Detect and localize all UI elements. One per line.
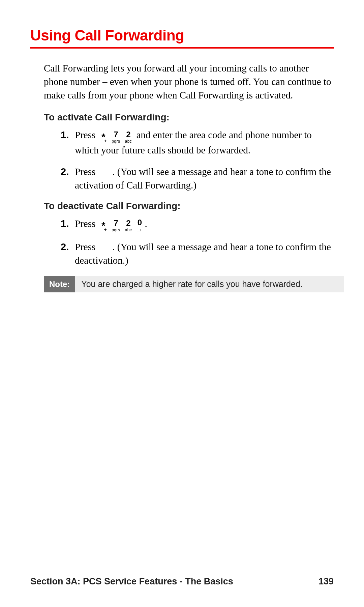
activate-steps: 1. Press *+ 7pqrs 2abc and enter the are… xyxy=(61,128,334,192)
key-sequence: *+ 7pqrs 2abc xyxy=(100,131,132,143)
key-2-icon: 2abc xyxy=(125,219,132,232)
step-number: 2. xyxy=(61,165,75,192)
intro-paragraph: Call Forwarding lets you forward all you… xyxy=(44,61,334,102)
list-item: 2. Press. (You will see a message and he… xyxy=(61,240,334,267)
deactivate-heading: To deactivate Call Forwarding: xyxy=(44,201,334,211)
key-star-icon: *+ xyxy=(100,223,107,232)
step-number: 2. xyxy=(61,240,75,267)
step-text-post: . (You will see a message and hear a ton… xyxy=(75,166,331,191)
key-7-icon: 7pqrs xyxy=(112,131,120,143)
step-text-pre: Press xyxy=(75,166,95,177)
key-sequence: *+ 7pqrs 2abc 0⌴ xyxy=(100,219,143,232)
step-number: 1. xyxy=(61,217,75,232)
footer-section: Section 3A: PCS Service Features - The B… xyxy=(30,576,233,587)
footer-page-number: 139 xyxy=(318,576,334,587)
list-item: 1. Press *+ 7pqrs 2abc and enter the are… xyxy=(61,128,334,157)
key-0-icon: 0⌴ xyxy=(136,219,143,232)
step-text-pre: Press xyxy=(75,241,95,252)
list-item: 1. Press *+ 7pqrs 2abc 0⌴ . xyxy=(61,217,334,232)
step-text-pre: Press xyxy=(75,218,95,229)
key-2-icon: 2abc xyxy=(125,131,132,143)
page-title: Using Call Forwarding xyxy=(30,27,334,49)
note-bar: Note: You are charged a higher rate for … xyxy=(44,276,344,292)
step-number: 1. xyxy=(61,128,75,157)
note-text: You are charged a higher rate for calls … xyxy=(75,276,344,292)
note-label: Note: xyxy=(44,276,75,292)
deactivate-steps: 1. Press *+ 7pqrs 2abc 0⌴ . 2. Press. (Y… xyxy=(61,217,334,267)
key-7-icon: 7pqrs xyxy=(112,219,120,232)
step-text-post: . xyxy=(145,218,147,229)
list-item: 2. Press. (You will see a message and he… xyxy=(61,165,334,192)
key-star-icon: *+ xyxy=(100,134,107,143)
activate-heading: To activate Call Forwarding: xyxy=(44,112,334,123)
step-text-pre: Press xyxy=(75,129,95,140)
step-text-post: . (You will see a message and hear a ton… xyxy=(75,241,331,266)
